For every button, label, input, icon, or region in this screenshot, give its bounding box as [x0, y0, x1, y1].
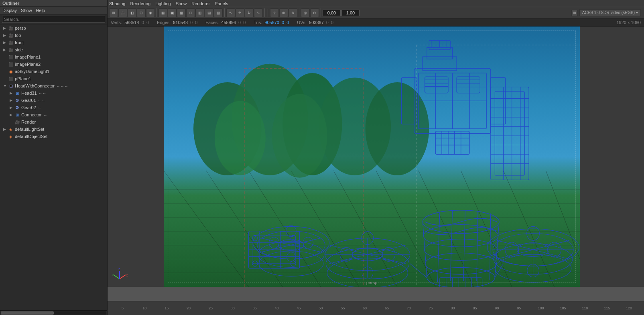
- expand-arrow-gear02: ▶: [10, 106, 14, 110]
- search-input[interactable]: [2, 16, 105, 23]
- toolbar-group-pivot: ◎ ⊙: [301, 8, 321, 17]
- annotation-gear02: ←: [38, 106, 42, 110]
- viewport-area: Shading Rendering Lighting Show Renderer…: [108, 0, 644, 315]
- imageplane-icon-2: ⬛: [8, 61, 14, 67]
- tick-30: 30: [221, 306, 244, 310]
- expand-arrow-dls: ▶: [3, 127, 7, 131]
- stat-tris-label: Tris:: [254, 20, 262, 25]
- toolbar-btn-display5[interactable]: ▥: [195, 8, 204, 17]
- stat-tris-v2: 0: [282, 20, 284, 25]
- light-icon: ◉: [8, 69, 14, 74]
- rotation-y-field[interactable]: [341, 10, 360, 16]
- viewport-canvas[interactable]: persp: [164, 26, 580, 287]
- viewport-menu-shading[interactable]: Shading: [109, 1, 125, 6]
- tick-70: 70: [398, 306, 420, 310]
- menu-show[interactable]: Show: [21, 8, 32, 13]
- menu-help[interactable]: Help: [36, 8, 45, 13]
- camera-icon-front: 🎥: [8, 40, 14, 45]
- viewport-menu-lighting[interactable]: Lighting: [155, 1, 171, 6]
- viewport-menu-show[interactable]: Show: [176, 1, 187, 6]
- tree-item-gear02[interactable]: ▶ ⚙ Gear02 ←: [0, 104, 107, 111]
- toolbar-btn-display6[interactable]: ▤: [205, 8, 213, 17]
- viewport-gizmo: X Y Z: [112, 267, 128, 283]
- mesh-icon-connector: ⊞: [14, 112, 20, 118]
- svg-point-72: [425, 253, 497, 274]
- toolbar-btn-cam[interactable]: 🎥: [118, 8, 127, 17]
- stat-verts-v2: 0: [142, 20, 144, 25]
- toolbar-btn-snap1[interactable]: ⊹: [270, 8, 279, 17]
- viewport-menu-rendering[interactable]: Rendering: [130, 1, 150, 6]
- rotation-x-field[interactable]: [323, 10, 341, 16]
- tick-50: 50: [310, 306, 332, 310]
- tree-item-head31[interactable]: ▶ ⊞ Head31 ←←: [0, 89, 107, 97]
- tree-item-side[interactable]: ▶ 🎥 side: [0, 46, 107, 53]
- viewport-toolbar: ⊞ 🎥 ◧ ⊡ ◉ ▦ ▣ ▩ □ ▥ ▤ ▧ ↖ ✛ ↻ ⤡: [108, 7, 644, 18]
- tick-75: 75: [420, 306, 442, 310]
- tree-item-gear01[interactable]: ▶ ⚙ Gear01 ←←: [0, 97, 107, 104]
- toolbar-btn-display2[interactable]: ▣: [168, 8, 177, 17]
- toolbar-btn-scale[interactable]: ⤡: [254, 8, 263, 17]
- tree-item-connector[interactable]: ▶ ⊞ Connector ←: [0, 111, 107, 118]
- toolbar-btn-display3[interactable]: ▩: [177, 8, 186, 17]
- svg-line-10: [291, 171, 359, 287]
- toolbar-btn-display1[interactable]: ▦: [158, 8, 167, 17]
- stats-bar: Verts: 568514 0 0 Edges: 910548 0 0 Face…: [108, 18, 644, 26]
- tree-item-imageplane1[interactable]: ⬛ imagePlane1: [0, 53, 107, 61]
- viewport-menu-panels[interactable]: Panels: [215, 1, 228, 6]
- color-profile-button[interactable]: ACES 1.0 SDR-video (sRGB) ▾: [579, 9, 641, 16]
- outliner-title: Outliner: [0, 0, 107, 7]
- tree-item-imageplane2[interactable]: ⬛ imagePlane2: [0, 61, 107, 68]
- stat-verts: Verts: 568514 0 0: [111, 20, 149, 25]
- toolbar-btn-select[interactable]: ↖: [226, 8, 235, 17]
- stat-edges-v3: 0: [195, 20, 197, 25]
- tree-label-head31: Head31: [21, 91, 37, 96]
- tree-item-defaultlightset[interactable]: ▶ ◈ defaultLightSet: [0, 126, 107, 133]
- toolbar-btn-pivot1[interactable]: ◎: [301, 8, 310, 17]
- toolbar-btn-display7[interactable]: ▧: [214, 8, 223, 17]
- toolbar-btn-pivot2[interactable]: ⊙: [310, 8, 319, 17]
- viewport-right-panel: [580, 26, 644, 287]
- outliner-horizontal-scrollbar[interactable]: [0, 310, 107, 315]
- outliner-menubar: Display Show Help: [0, 7, 107, 14]
- tree-item-defaultobjectset[interactable]: ◈ defaultObjectSet: [0, 133, 107, 140]
- toolbar-btn-snap2[interactable]: ⊕: [279, 8, 288, 17]
- svg-line-11: [333, 171, 397, 287]
- menu-display[interactable]: Display: [2, 8, 17, 13]
- color-profile-icon[interactable]: ⊞: [571, 10, 578, 16]
- svg-rect-36: [457, 77, 480, 93]
- outliner-panel: Outliner Display Show Help ▶ 🎥 persp ▶ 🎥: [0, 0, 108, 315]
- tree-item-top[interactable]: ▶ 🎥 top: [0, 32, 107, 39]
- toolbar-group-transform: ↖ ✛ ↻ ⤡: [226, 8, 265, 17]
- tree-item-render[interactable]: 🎥 Render: [0, 118, 107, 126]
- toolbar-btn-rotate[interactable]: ↻: [245, 8, 254, 17]
- tree-item-front[interactable]: ▶ 🎥 front: [0, 39, 107, 46]
- toolbar-btn-shading[interactable]: ◧: [128, 8, 136, 17]
- viewport-menu-renderer[interactable]: Renderer: [191, 1, 210, 6]
- tick-35: 35: [244, 306, 266, 310]
- tree-item-headwithconnector[interactable]: ▼ ⊞ HeadWithConnector ←←←: [0, 82, 107, 89]
- svg-line-76: [477, 211, 478, 281]
- tree-item-aisky[interactable]: ◉ aiSkyDomeLight1: [0, 68, 107, 75]
- svg-point-22: [215, 101, 266, 175]
- toolbar-btn-wireframe[interactable]: ⊡: [137, 8, 146, 17]
- tree-label-connector: Connector: [21, 112, 42, 117]
- camera-icon-render: 🎥: [14, 119, 20, 125]
- stat-edges-v1: 910548: [173, 20, 188, 25]
- toolbar-btn-move[interactable]: ✛: [236, 8, 244, 17]
- toolbar-btn-snap3[interactable]: ⊗: [288, 8, 297, 17]
- stat-verts-label: Verts:: [111, 20, 122, 25]
- stat-faces: Faces: 455996 0 0: [205, 20, 246, 25]
- wireframe-svg: [164, 26, 580, 287]
- viewport-container[interactable]: persp X Y Z: [108, 26, 644, 301]
- expand-arrow-gear01: ▶: [10, 98, 14, 102]
- toolbar-btn-lit[interactable]: ◉: [146, 8, 155, 17]
- tree-item-pplane1[interactable]: ⬛ pPlane1: [0, 75, 107, 82]
- tick-90: 90: [486, 306, 508, 310]
- tree-item-persp[interactable]: ▶ 🎥 persp: [0, 24, 107, 32]
- toolbar-btn-grid[interactable]: ⊞: [109, 8, 118, 17]
- stat-uvs-label: UVs:: [297, 20, 307, 25]
- tick-120: 120: [618, 306, 640, 310]
- tree-label-persp: persp: [15, 26, 26, 30]
- toolbar-btn-display4[interactable]: □: [186, 8, 195, 17]
- annotation-hwc: ←←←: [56, 84, 68, 88]
